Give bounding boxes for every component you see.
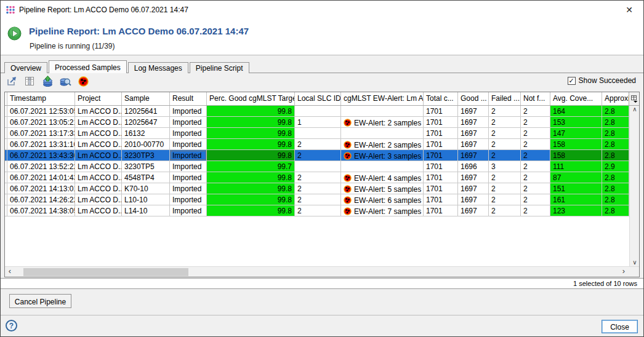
cell-good[interactable]: 1697 xyxy=(458,194,489,205)
cell-notf[interactable]: 2 xyxy=(521,117,550,127)
vertical-scrollbar[interactable] xyxy=(629,106,639,266)
cell-failed[interactable]: 2 xyxy=(489,150,521,161)
cell-project[interactable]: Lm ACCO D... xyxy=(75,106,122,116)
cell-result[interactable]: Imported xyxy=(170,183,207,194)
cell-avg[interactable]: 111 xyxy=(550,161,602,172)
column-settings-icon[interactable] xyxy=(23,75,36,87)
cell-total[interactable]: 1701 xyxy=(424,128,458,138)
cell-good[interactable]: 1697 xyxy=(458,172,489,183)
cell-alert[interactable] xyxy=(341,161,424,172)
cell-alert[interactable] xyxy=(341,128,424,138)
column-header-failed[interactable]: Failed ... xyxy=(489,92,521,105)
cell-notf[interactable]: 2 xyxy=(521,194,550,205)
table-row[interactable]: 06.07.2021 13:52:22Lm ACCO D...3230TP5Im… xyxy=(5,161,629,172)
cell-slc[interactable]: 2 xyxy=(295,139,341,149)
cell-approx[interactable]: 2.8 xyxy=(602,106,629,116)
cell-slc[interactable]: 1 xyxy=(295,117,341,127)
cell-notf[interactable]: 2 xyxy=(521,106,550,116)
cell-good[interactable]: 1697 xyxy=(458,183,489,194)
table-row[interactable]: 06.07.2021 12:53:05Lm ACCO D...12025641I… xyxy=(5,106,629,117)
scroll-down-icon[interactable] xyxy=(631,260,638,266)
cell-alert[interactable]: EW-Alert: 4 samples xyxy=(341,172,424,183)
cancel-pipeline-button[interactable]: Cancel Pipeline xyxy=(9,294,71,308)
cell-sample[interactable]: 2010-00770 xyxy=(122,139,170,149)
cell-perc[interactable]: 99.8 xyxy=(207,172,295,183)
tab-processed-samples[interactable]: Processed Samples xyxy=(49,60,127,73)
cell-timestamp[interactable]: 06.07.2021 13:52:22 xyxy=(7,161,75,172)
cell-failed[interactable]: 2 xyxy=(489,139,521,149)
table-row-selected[interactable]: 06.07.2021 13:43:36Lm ACCO D...3230TP3Im… xyxy=(5,150,629,161)
cell-approx[interactable]: 2.9 xyxy=(602,161,629,172)
cell-approx[interactable]: 2.8 xyxy=(602,205,629,216)
table-row[interactable]: 06.07.2021 13:05:21Lm ACCO D...12025647I… xyxy=(5,117,629,128)
cell-approx[interactable]: 2.8 xyxy=(602,150,629,161)
column-header-result[interactable]: Result xyxy=(170,92,207,105)
cell-slc[interactable] xyxy=(295,106,341,116)
cell-failed[interactable]: 2 xyxy=(489,194,521,205)
checkbox-check-icon[interactable] xyxy=(568,77,576,85)
cell-sample[interactable]: 3230TP3 xyxy=(122,150,170,161)
cell-timestamp[interactable]: 06.07.2021 13:17:33 xyxy=(7,128,75,138)
cell-project[interactable]: Lm ACCO D... xyxy=(75,172,122,183)
cell-good[interactable]: 1696 xyxy=(458,161,489,172)
cell-result[interactable]: Imported xyxy=(170,117,207,127)
cell-slc[interactable]: 2 xyxy=(295,172,341,183)
column-header-approx[interactable]: Approxin xyxy=(602,92,629,105)
table-row[interactable]: 06.07.2021 14:13:01Lm ACCO D...K70-10Imp… xyxy=(5,183,629,194)
cell-approx[interactable]: 2.8 xyxy=(602,139,629,149)
cell-avg[interactable]: 151 xyxy=(550,183,602,194)
cell-project[interactable]: Lm ACCO D... xyxy=(75,183,122,194)
cell-notf[interactable]: 2 xyxy=(521,172,550,183)
cell-approx[interactable]: 2.8 xyxy=(602,194,629,205)
close-icon[interactable] xyxy=(615,1,643,19)
cell-total[interactable]: 1701 xyxy=(424,172,458,183)
cell-timestamp[interactable]: 06.07.2021 14:38:05 xyxy=(7,205,75,216)
column-header-project[interactable]: Project xyxy=(75,92,122,105)
cell-notf[interactable]: 2 xyxy=(521,161,550,172)
cell-sample[interactable]: K70-10 xyxy=(122,183,170,194)
cell-sample[interactable]: 16132 xyxy=(122,128,170,138)
cell-total[interactable]: 1701 xyxy=(424,183,458,194)
database-search-icon[interactable] xyxy=(59,75,71,87)
cell-project[interactable]: Lm ACCO D... xyxy=(75,128,122,138)
cell-result[interactable]: Imported xyxy=(170,161,207,172)
cell-avg[interactable]: 158 xyxy=(550,150,602,161)
cell-failed[interactable]: 2 xyxy=(489,106,521,116)
help-icon[interactable] xyxy=(6,320,17,331)
column-header-alert[interactable]: cgMLST EW-Alert: Lm A... xyxy=(341,92,424,105)
cell-approx[interactable]: 2.8 xyxy=(602,172,629,183)
table-row[interactable]: 06.07.2021 14:01:43Lm ACCO D...4548TP4Im… xyxy=(5,172,629,183)
cell-project[interactable]: Lm ACCO D... xyxy=(75,161,122,172)
cell-perc[interactable]: 99.8 xyxy=(207,117,295,127)
ew-alert-filter-icon[interactable] xyxy=(77,75,89,87)
scroll-left-icon[interactable] xyxy=(7,268,13,275)
cell-total[interactable]: 1701 xyxy=(424,205,458,216)
cell-approx[interactable]: 2.8 xyxy=(602,183,629,194)
cell-alert[interactable]: EW-Alert: 3 samples xyxy=(341,150,424,161)
tab-log-messages[interactable]: Log Messages xyxy=(128,62,188,73)
cell-perc[interactable]: 99.8 xyxy=(207,150,295,161)
cell-failed[interactable]: 2 xyxy=(489,172,521,183)
column-header-notf[interactable]: Not f... xyxy=(521,92,550,105)
cell-timestamp[interactable]: 06.07.2021 14:01:43 xyxy=(7,172,75,183)
cell-alert[interactable]: EW-Alert: 5 samples xyxy=(341,183,424,194)
column-header-slc[interactable]: Local SLC ID xyxy=(295,92,341,105)
cell-perc[interactable]: 99.7 xyxy=(207,161,295,172)
column-header-good[interactable]: Good ... xyxy=(458,92,489,105)
cell-perc[interactable]: 99.8 xyxy=(207,139,295,149)
show-succeeded-checkbox[interactable]: Show Succeeded xyxy=(568,76,636,85)
cell-avg[interactable]: 87 xyxy=(550,172,602,183)
cell-project[interactable]: Lm ACCO D... xyxy=(75,205,122,216)
cell-notf[interactable]: 2 xyxy=(521,183,550,194)
cell-result[interactable]: Imported xyxy=(170,128,207,138)
cell-sample[interactable]: 12025641 xyxy=(122,106,170,116)
column-header-sample[interactable]: Sample xyxy=(122,92,170,105)
cell-total[interactable]: 1701 xyxy=(424,150,458,161)
cell-total[interactable]: 1701 xyxy=(424,194,458,205)
cell-alert[interactable]: EW-Alert: 2 samples xyxy=(341,139,424,149)
cell-sample[interactable]: 12025647 xyxy=(122,117,170,127)
cell-sample[interactable]: L14-10 xyxy=(122,205,170,216)
cell-total[interactable]: 1701 xyxy=(424,117,458,127)
column-header-perc[interactable]: Perc. Good cgMLST Targets xyxy=(207,92,295,105)
cell-good[interactable]: 1697 xyxy=(458,128,489,138)
